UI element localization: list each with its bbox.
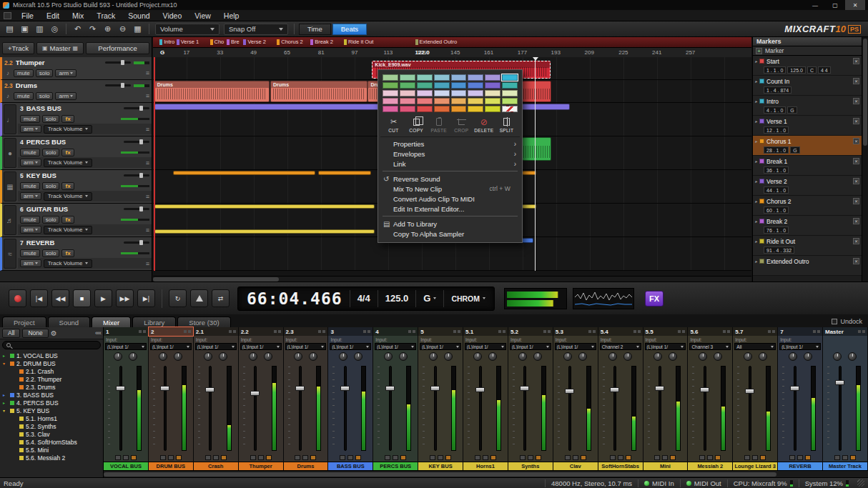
eq-knob[interactable] [429, 352, 438, 361]
color-swatch[interactable] [485, 106, 500, 112]
arm-button[interactable]: arm [20, 125, 41, 133]
mixer-tree-item[interactable]: 2.3. Drums [0, 383, 103, 391]
fast-forward-button[interactable]: ▶▶ [116, 289, 134, 307]
fader-cap[interactable] [700, 387, 709, 392]
skip-to-end-button[interactable]: ▶| [137, 289, 155, 307]
tempo-change-marker[interactable]: 122.0 [415, 49, 430, 56]
add-marker-button[interactable]: + [756, 48, 762, 54]
track-header[interactable]: ▦ 5 KEY BUS mute solo fx [0, 170, 152, 204]
mixer-tree-item[interactable]: 2.2. Thumper [0, 375, 103, 383]
track-header[interactable]: ♩ 3 BASS BUS mute solo fx [0, 103, 152, 136]
delete-marker-button[interactable]: ✕ [853, 98, 859, 104]
mix-down-icon[interactable]: ◎ [48, 23, 61, 36]
mute-button[interactable]: mute [20, 149, 40, 156]
mute-button[interactable] [744, 455, 750, 460]
delete-marker-button[interactable]: ✕ [853, 58, 859, 64]
color-swatch[interactable] [502, 106, 518, 112]
volume-fader[interactable] [839, 366, 842, 451]
menu-item[interactable]: View [188, 10, 217, 21]
mute-button[interactable] [565, 455, 571, 460]
marker-position[interactable]: 4 . 1 . 0 [764, 106, 786, 114]
volume-fader[interactable] [164, 366, 167, 451]
audio-clip[interactable] [173, 171, 315, 175]
audio-clip[interactable]: Drums [154, 81, 270, 102]
playhead[interactable] [535, 57, 536, 271]
fader-cap[interactable] [745, 389, 754, 394]
mixer-channel-strip[interactable]: 1 Input: (L)Input 1/ [104, 327, 149, 470]
channel-name[interactable]: Drums [284, 462, 328, 470]
pan-knob[interactable] [623, 352, 632, 361]
color-swatch[interactable] [383, 82, 398, 89]
fx-button[interactable] [221, 455, 227, 460]
solo-button[interactable]: solo [36, 92, 54, 100]
copy-button[interactable]: COPY [405, 117, 428, 133]
mute-button[interactable] [250, 455, 256, 460]
channel-name[interactable]: REVERB [778, 462, 822, 470]
marker-tempo[interactable]: 125.0 [787, 66, 806, 74]
key-change-marker[interactable]: G [160, 49, 164, 56]
tab[interactable]: Store (30) [177, 317, 230, 327]
channel-name[interactable]: Crash [194, 462, 238, 470]
volume-fader[interactable] [568, 366, 571, 451]
mixer-channel-strip[interactable]: 7 Input: (L)Input 1/ [778, 327, 823, 470]
solo-button[interactable] [213, 455, 219, 460]
solo-button[interactable] [483, 455, 488, 460]
fx-button[interactable]: fx [61, 249, 74, 257]
solo-button[interactable] [258, 455, 264, 460]
color-swatch[interactable] [434, 74, 450, 81]
menu-item[interactable]: Video [157, 10, 189, 21]
marker-position[interactable]: 36 . 1 . 0 [764, 166, 789, 174]
mixer-channel-strip[interactable]: 4 Input: (L)Input 1/ [373, 327, 418, 470]
solo-button[interactable] [347, 455, 353, 460]
fader-cap[interactable] [385, 386, 395, 391]
channel-options-icon[interactable] [633, 330, 641, 333]
tab[interactable]: Mixer [92, 317, 131, 327]
delete-button[interactable]: ⊘DELETE [473, 117, 495, 133]
solo-button[interactable] [842, 455, 848, 460]
tree-arrow-icon[interactable]: ▾ [3, 361, 8, 366]
eq-knob[interactable] [294, 352, 302, 361]
input-select[interactable]: (L)Input 1/ [285, 343, 327, 350]
color-swatch[interactable] [417, 74, 433, 81]
mixer-channel-strip[interactable]: 5.3 Input: (L)Input 1/ [553, 327, 598, 470]
mute-button[interactable]: mute [20, 249, 40, 257]
marker-row[interactable]: ▸ Chorus 1 ✕ 28 . 1 . 0 G [753, 136, 862, 156]
solo-button[interactable] [393, 455, 398, 460]
audio-clip[interactable] [318, 171, 371, 175]
menu-item[interactable]: Edit [40, 10, 66, 21]
play-button[interactable]: ▶ [94, 289, 112, 307]
record-button[interactable] [9, 289, 26, 307]
track-menu-icon[interactable]: ≡ [146, 226, 149, 234]
performance-button[interactable]: Performance [86, 42, 149, 54]
pan-knob[interactable] [759, 352, 767, 361]
eq-knob[interactable] [249, 352, 257, 361]
fx-button[interactable] [715, 455, 721, 460]
marker-row[interactable]: ▸ Break 2 ✕ 76 . 1 . 0 [753, 216, 862, 236]
mute-button[interactable] [430, 455, 435, 460]
color-swatch[interactable] [451, 90, 467, 96]
mute-button[interactable] [654, 455, 660, 460]
mute-button[interactable]: mute [20, 216, 40, 224]
redo-icon[interactable]: ↷ [86, 23, 99, 36]
mute-button[interactable] [340, 455, 345, 460]
volume-fader[interactable] [389, 366, 392, 451]
channel-name[interactable]: KEY BUS [418, 462, 463, 470]
mute-button[interactable] [520, 455, 526, 460]
arm-button[interactable]: arm [20, 192, 41, 200]
volume-fader[interactable] [704, 366, 706, 451]
fx-button[interactable] [310, 455, 316, 460]
fx-button[interactable]: fx [61, 216, 74, 224]
delete-marker-button[interactable]: ✕ [853, 218, 859, 224]
track-header[interactable]: ● 4 PERCS BUS mute solo f [0, 136, 152, 170]
color-swatch[interactable] [383, 98, 398, 104]
marker-row[interactable]: ▸ Break 1 ✕ 36 . 1 . 0 [753, 156, 862, 176]
timeline-marker[interactable]: Ride it Out [344, 39, 373, 45]
color-swatch[interactable] [468, 90, 483, 96]
solo-button[interactable]: solo [42, 216, 60, 224]
solo-button[interactable]: solo [42, 115, 60, 123]
mute-button[interactable]: mute [20, 182, 40, 190]
open-project-icon[interactable]: ▣ [18, 23, 31, 36]
solo-button[interactable] [662, 455, 668, 460]
key-display[interactable]: G [423, 293, 436, 304]
fx-button[interactable] [850, 455, 856, 460]
